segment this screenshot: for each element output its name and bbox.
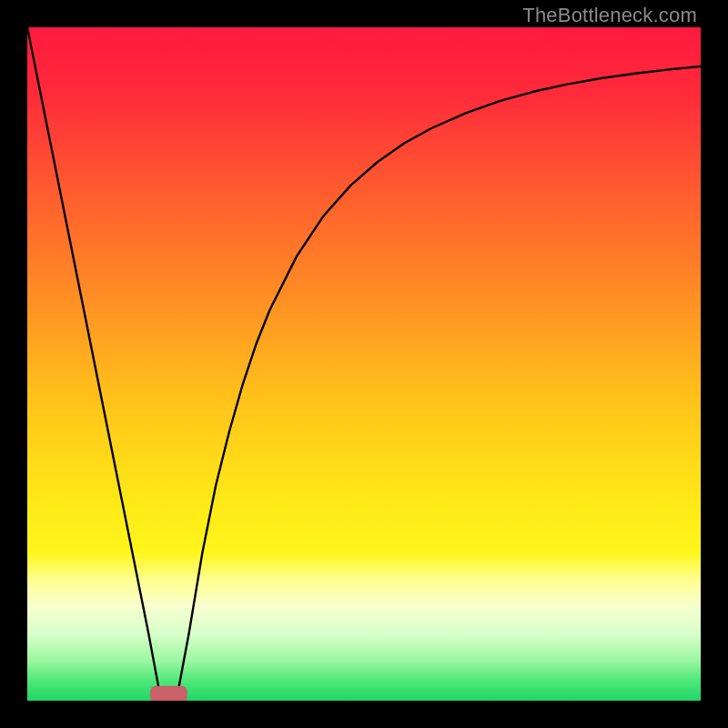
min-marker: [150, 686, 187, 701]
watermark-text: TheBottleneck.com: [522, 4, 697, 27]
chart-frame: [27, 27, 701, 701]
chart-plot-area: [27, 27, 701, 701]
bottleneck-curve: [27, 27, 701, 691]
